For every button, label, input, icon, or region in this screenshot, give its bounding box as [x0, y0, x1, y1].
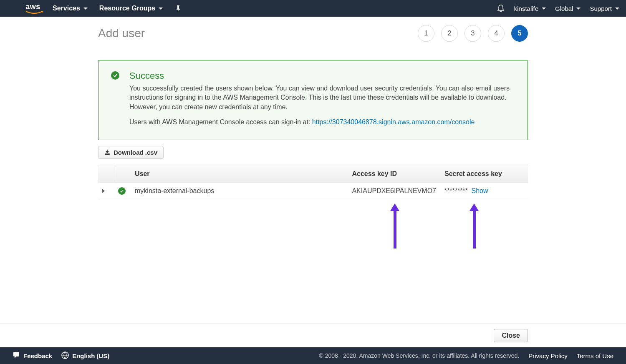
table-row: mykinsta-external-backups AKIAUPDXE6IPAL… — [98, 183, 528, 199]
page-title: Add user — [98, 27, 145, 40]
annotation-arrows — [98, 199, 528, 258]
chevron-down-icon — [542, 8, 546, 10]
th-user: User — [131, 165, 348, 183]
row-user: mykinsta-external-backups — [131, 183, 348, 199]
chevron-down-icon — [576, 8, 581, 10]
download-csv-label: Download .csv — [114, 149, 157, 156]
aws-smile-icon — [25, 10, 41, 14]
th-secret: Secret access key — [440, 165, 528, 183]
aws-logo-text: aws — [25, 3, 40, 10]
support-menu[interactable]: Support — [590, 5, 619, 12]
th-expand — [98, 165, 114, 183]
row-secret: ********* Show — [440, 183, 528, 199]
expand-toggle[interactable] — [98, 183, 114, 199]
content: Add user 1 2 3 4 5 Success You successfu… — [0, 17, 626, 324]
wizard-step-4[interactable]: 4 — [488, 25, 505, 42]
success-check-icon — [111, 71, 119, 80]
row-status — [114, 183, 131, 199]
arrow-access-key — [390, 203, 399, 249]
title-row: Add user 1 2 3 4 5 — [98, 17, 528, 49]
privacy-link[interactable]: Privacy Policy — [528, 352, 567, 359]
chevron-down-icon — [83, 8, 88, 10]
signin-url-link[interactable]: https://307340046878.signin.aws.amazon.c… — [312, 118, 475, 126]
feedback-link[interactable]: Feedback — [13, 352, 52, 360]
arrow-up-icon — [390, 203, 399, 211]
region-menu[interactable]: Global — [555, 5, 581, 12]
th-status — [114, 165, 131, 183]
row-access-key: AKIAUPDXE6IPALNEVMO7 — [348, 183, 440, 199]
language-selector[interactable]: English (US) — [61, 351, 109, 360]
credentials-table: User Access key ID Secret access key myk… — [98, 165, 528, 199]
arrow-secret — [470, 203, 479, 249]
top-nav-right: kinstalife Global Support — [497, 4, 619, 13]
feedback-label: Feedback — [23, 352, 52, 359]
copyright: © 2008 - 2020, Amazon Web Services, Inc.… — [319, 352, 519, 359]
wizard-step-5[interactable]: 5 — [511, 25, 528, 42]
bottom-nav: Feedback English (US) © 2008 - 2020, Ama… — [0, 347, 626, 364]
top-nav: aws Services Resource Groups kinstalife … — [0, 0, 626, 17]
alert-body-2: Users with AWS Management Console access… — [129, 118, 515, 127]
globe-icon — [61, 351, 69, 360]
alert-body-2-prefix: Users with AWS Management Console access… — [129, 118, 312, 126]
secret-masked: ********* — [444, 187, 468, 194]
caret-right-icon — [102, 189, 105, 193]
wizard-steps: 1 2 3 4 5 — [418, 25, 528, 42]
chevron-down-icon — [615, 8, 619, 10]
wizard-step-1[interactable]: 1 — [418, 25, 434, 42]
aws-logo[interactable]: aws — [25, 3, 41, 14]
services-label: Services — [53, 5, 80, 12]
speech-bubble-icon — [13, 352, 20, 360]
resource-groups-label: Resource Groups — [99, 5, 155, 12]
success-alert: Success You successfully created the use… — [98, 60, 528, 140]
download-icon — [104, 149, 110, 155]
terms-link[interactable]: Terms of Use — [577, 352, 613, 359]
notifications-icon[interactable] — [497, 4, 505, 13]
alert-title: Success — [129, 70, 515, 81]
wizard-step-2[interactable]: 2 — [441, 25, 458, 42]
close-button[interactable]: Close — [494, 329, 528, 342]
th-access-key: Access key ID — [348, 165, 440, 183]
show-secret-link[interactable]: Show — [472, 187, 488, 194]
services-menu[interactable]: Services — [53, 5, 88, 12]
region-label: Global — [555, 5, 573, 12]
pin-icon[interactable] — [174, 5, 181, 12]
alert-body-1: You successfully created the users shown… — [129, 84, 515, 112]
support-label: Support — [590, 5, 612, 12]
language-label: English (US) — [72, 352, 109, 359]
wizard-step-3[interactable]: 3 — [464, 25, 481, 42]
resource-groups-menu[interactable]: Resource Groups — [99, 5, 163, 12]
account-label: kinstalife — [514, 5, 538, 12]
chevron-down-icon — [159, 8, 163, 10]
account-menu[interactable]: kinstalife — [514, 5, 546, 12]
footer-bar: Close — [0, 324, 626, 347]
success-check-icon — [118, 187, 126, 195]
download-csv-button[interactable]: Download .csv — [98, 146, 164, 159]
arrow-up-icon — [470, 203, 479, 211]
